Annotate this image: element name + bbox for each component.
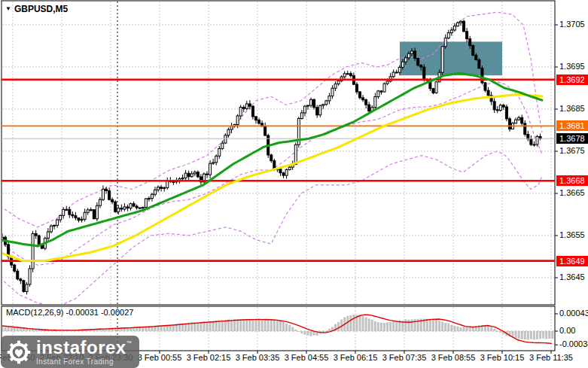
price-level-tag: 1.3649	[556, 256, 588, 266]
price-axis-label: 1.3675	[559, 146, 585, 155]
price-axis-label: 1.3665	[559, 188, 585, 197]
trademark-symbol: ™	[126, 340, 132, 345]
symbol-label: ▼ GBPUSD,M5	[5, 4, 68, 14]
time-axis-label: 3 Feb 04:55	[285, 353, 329, 362]
macd-axis-label: 0.00043	[559, 309, 588, 318]
mt-chart-window: ▼ GBPUSD,M5 MACD(12,26,9) -0.00031 -0.00…	[0, 0, 588, 368]
macd-axis-label: 0.00	[559, 326, 575, 335]
price-axis-label: 1.3655	[559, 230, 585, 239]
price-axis-label: 1.3645	[559, 272, 585, 281]
price-level-tag: 1.3692	[556, 75, 588, 85]
time-axis-label: 3 Feb 07:35	[382, 353, 427, 362]
macd-indicator-label: MACD(12,26,9) -0.00031 -0.00027	[6, 308, 133, 317]
instaforex-watermark: instaforex ™ Instant Forex Trading	[1, 336, 139, 368]
instaforex-logo-icon	[5, 339, 32, 366]
time-axis-label: 3 Feb 00:55	[138, 353, 182, 362]
time-axis-label: 3 Feb 11:35	[529, 353, 573, 362]
price-axis-label: 1.3685	[559, 104, 585, 113]
time-axis-label: 3 Feb 03:35	[236, 353, 280, 362]
price-level-tag: 1.3668	[556, 175, 588, 186]
time-axis-label: 3 Feb 10:15	[480, 353, 525, 362]
price-axis-label: 1.3695	[559, 62, 585, 71]
time-axis-label: 3 Feb 06:15	[334, 353, 378, 362]
macd-axis-label: -0.00034	[559, 339, 588, 348]
chevron-down-icon[interactable]: ▼	[5, 6, 11, 12]
time-axis-label: 3 Feb 02:15	[187, 353, 231, 362]
price-level-tag: 1.3681	[556, 120, 588, 131]
time-axis-label: 3 Feb 08:55	[431, 353, 476, 362]
watermark-tagline: Instant Forex Trading	[36, 358, 132, 366]
watermark-brand-text: instaforex	[36, 339, 126, 357]
symbol-timeframe-text: GBPUSD,M5	[14, 4, 68, 14]
price-level-tag: 1.3678	[556, 133, 588, 144]
price-axis-label: 1.3705	[559, 20, 585, 29]
